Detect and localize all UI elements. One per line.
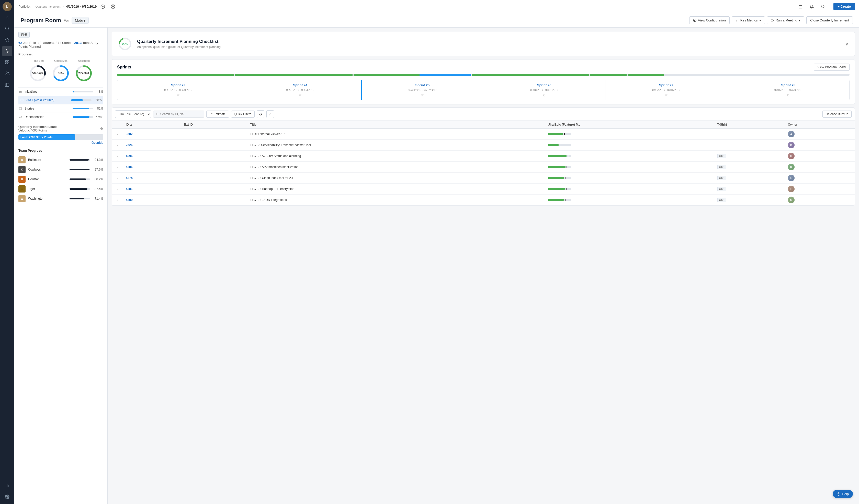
points-count: 2813 [74, 41, 81, 45]
th-owner[interactable]: Owner [785, 121, 855, 129]
bell-icon-btn[interactable] [808, 2, 816, 11]
progress-circles: Time Left 50 days Objectives [18, 59, 103, 82]
th-title[interactable]: Title [247, 121, 545, 129]
row-expand-5386[interactable]: › [115, 165, 120, 169]
id-4281[interactable]: 4281 [126, 187, 133, 191]
th-progress[interactable]: Jira Epic (Feature) P... [545, 121, 714, 129]
add-icon-btn[interactable] [99, 2, 107, 11]
sidebar-icon-home[interactable]: ⌂ [2, 12, 12, 22]
row-expand-3682[interactable]: › [115, 132, 120, 136]
owner-avatar-4281: F [788, 186, 795, 192]
table-expand-icon[interactable]: ⤢ [267, 110, 274, 118]
sprint-26-diamond-icon[interactable]: ◇ [543, 93, 545, 97]
view-program-board-button[interactable]: View Program Board [814, 64, 850, 71]
qi-load-gear-icon[interactable]: ⚙ [100, 127, 103, 131]
view-configuration-button[interactable]: View Configuration [689, 16, 729, 24]
time-left-value: 50 days [32, 72, 44, 75]
dependencies-icon: ⇌ [18, 115, 22, 119]
sidebar-icon-org[interactable] [2, 57, 12, 67]
th-tshirt[interactable]: T-Shirt [714, 121, 785, 129]
override-link[interactable]: Override [18, 141, 103, 144]
sidebar-icon-users[interactable] [2, 68, 12, 79]
row-expand-4281[interactable]: › [115, 187, 120, 191]
row-expand-4096[interactable]: › [115, 154, 120, 158]
sidebar-icon-search[interactable] [2, 23, 12, 34]
content-area: PI-5 62 Jira Epics (Features), 341 Stori… [14, 28, 859, 504]
sidebar-icon-settings[interactable] [2, 492, 12, 502]
id-4096[interactable]: 4096 [126, 154, 133, 158]
table-settings-icon[interactable]: ⚙ [257, 110, 265, 118]
close-qi-button[interactable]: Close Quarterly Increment [807, 16, 853, 24]
row-expand-2626[interactable]: › [115, 143, 120, 147]
row-expand-4274[interactable]: › [115, 176, 120, 180]
for-label: For [64, 18, 69, 22]
estimate-button[interactable]: Estimate [206, 111, 229, 118]
sprint-seg-6 [628, 74, 664, 76]
sprint-seg-3a [353, 74, 420, 76]
houston-name: Houston [28, 177, 67, 181]
svg-rect-2 [5, 61, 7, 62]
search-icon-btn[interactable] [819, 2, 827, 11]
id-3682[interactable]: 3682 [126, 132, 133, 136]
th-expand [112, 121, 123, 129]
sidebar-icon-chart[interactable] [2, 46, 12, 56]
progress-label: Progress: [18, 52, 103, 56]
progress-marker-2626 [560, 144, 560, 146]
help-button[interactable]: Help [833, 490, 853, 498]
checklist-content: Quarterly Increment Planning Checklist A… [137, 39, 840, 49]
sidebar-icon-report[interactable] [2, 481, 12, 491]
sidebar-icon-favorites[interactable] [2, 35, 12, 45]
sprint-23-star-icon[interactable]: ☆ [177, 93, 180, 97]
sprint-25-star-icon[interactable]: ☆ [421, 93, 424, 97]
progress-marker-4274 [566, 177, 566, 179]
create-button[interactable]: + Create [833, 3, 855, 10]
progress-cell-4274 [545, 173, 714, 184]
user-avatar[interactable]: U [3, 2, 12, 11]
accepted-value: 277/341 [78, 72, 89, 75]
progress-cell-3682 [545, 129, 714, 140]
quick-filters-button[interactable]: Quick Filters [231, 111, 255, 118]
run-meeting-button[interactable]: Run a Meeting ▾ [767, 16, 804, 24]
stories-icon: ☐ [18, 107, 22, 111]
sidebar-icon-team[interactable] [2, 80, 12, 90]
gear-icon-btn[interactable] [109, 2, 117, 11]
table-row: › 5386 ☐ G12 : AP2 machines stabilizatio… [112, 162, 855, 173]
sprint-28-diamond-icon[interactable]: ◇ [787, 93, 789, 97]
row-expand-4209[interactable]: › [115, 198, 120, 202]
sprint-27-star-icon[interactable]: ☆ [665, 93, 668, 97]
th-id[interactable]: ID ▲ [123, 121, 181, 129]
id-2626[interactable]: 2626 [126, 143, 133, 147]
progress-marker-4096 [568, 155, 568, 157]
tiger-bar [70, 188, 87, 190]
time-left-ring: 50 days [29, 64, 47, 82]
story-icon: ☐ [250, 155, 253, 158]
epics-icon: ☐ [20, 98, 24, 102]
id-4274[interactable]: 4274 [126, 176, 133, 180]
checklist-expand-icon[interactable]: ∨ [845, 41, 848, 47]
key-metrics-button[interactable]: Key Metrics ▾ [732, 16, 765, 24]
sprint-24-star-icon[interactable]: ☆ [299, 93, 302, 97]
clipboard-icon-btn[interactable] [796, 2, 804, 11]
tshirt-badge-4281: XXL [717, 187, 726, 191]
id-5386[interactable]: 5386 [126, 165, 133, 169]
owner-cell-4096: C [785, 151, 855, 162]
id-4209[interactable]: 4209 [126, 198, 133, 202]
ext-id-4096 [181, 151, 247, 162]
release-burnup-button[interactable]: Release BurnUp [823, 111, 852, 118]
checklist-subtitle: An optional quick-start guide for Quarte… [137, 45, 840, 49]
owner-cell-2626: B [785, 140, 855, 151]
th-ext-id[interactable]: Ext ID [181, 121, 247, 129]
sprint-col-24: Sprint 24 05/21/2019 - 06/03/2019 ☆ [239, 80, 361, 100]
stories-bar-label: Stories [25, 107, 71, 110]
program-actions: View Configuration Key Metrics ▾ Run a M… [689, 16, 853, 24]
title-cell: ☐ G12 : AP2 machines stabilization [247, 162, 545, 173]
jira-epic-filter[interactable]: Jira Epic (Feature) [115, 110, 151, 118]
dependencies-bar [73, 116, 89, 118]
progress-fill-4209 [548, 199, 564, 201]
table-row: › 4209 ☐ G12 : JSON integrations XXL [112, 194, 855, 206]
table-search-box [153, 111, 204, 118]
stories-label: Stories, [62, 41, 73, 45]
baltimore-avatar: B [18, 156, 26, 163]
increment-text: Quarterly Increment: [35, 5, 61, 8]
table-search-input[interactable] [160, 112, 201, 116]
